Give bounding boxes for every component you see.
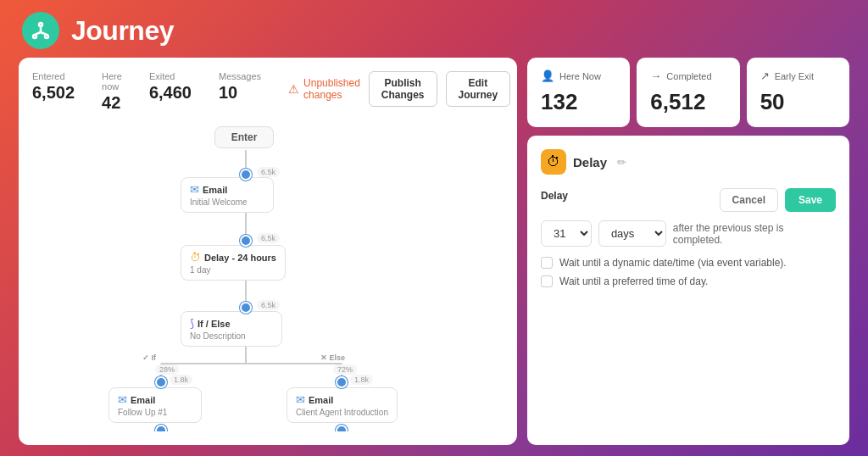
main-content: Entered 6,502 Here now 42 Exited 6,460 M… [19,58,849,445]
app-header: Journey [19,12,849,49]
delay-edit-icon[interactable]: ✏ [617,156,626,169]
flow-node-delay1[interactable]: ⏱ Delay - 24 hours 1 day [181,245,286,281]
unpublished-badge: ⚠ Unpublished changes [288,77,360,101]
delay-panel-header: ⏱ Delay ✏ [541,149,836,175]
flow-panel: Entered 6,502 Here now 42 Exited 6,460 M… [19,58,517,445]
stats-cards: 👤 Here Now 132 → Completed 6,512 ↗ Earl [527,58,849,127]
flow-diagram: Enter 6.5k ✉ Email Initial Welcome 6.5k [32,126,504,431]
flow-node-email1[interactable]: ✉ Email Initial Welcome [181,177,274,213]
delay-panel-icon: ⏱ [541,149,566,175]
stats-card-here-now: 👤 Here Now 132 [527,58,630,127]
stat-entered: Entered 6,502 [32,71,75,103]
right-panel: 👤 Here Now 132 → Completed 6,512 ↗ Earl [527,58,849,445]
count-3: 6.5k [257,300,280,310]
svg-line-5 [41,32,47,35]
stats-bar: Entered 6,502 Here now 42 Exited 6,460 M… [32,71,504,113]
stats-actions: ⚠ Unpublished changes Publish Changes Ed… [288,71,510,107]
flow-node-ifelse[interactable]: ⟆ If / Else No Description [181,311,282,347]
email2-count: 1.8k [170,375,192,385]
logo-icon [22,12,59,49]
delay-checkbox-dynamic[interactable] [541,257,553,269]
delay-checkbox-row-2: Wait until a preferred time of day. [541,275,836,287]
stat-exited: Exited 6,460 [149,71,192,103]
stat-here-now: Here now 42 [102,71,122,113]
count-1: 6.5k [257,167,280,177]
stat-messages: Messages 10 [219,71,261,103]
connector-dot-3 [240,302,252,314]
count-2: 6.5k [257,233,280,243]
completed-icon: → [650,70,661,82]
delay-panel: ⏱ Delay ✏ Delay Cancel Save 31 [527,136,849,445]
flow-node-email3[interactable]: ✉ Email Client Agent Introduction [287,387,398,423]
connector-dot-4 [155,376,167,388]
connector-dot-6 [155,425,167,431]
if-pct: 28% [155,364,179,375]
email-icon-3: ✉ [296,393,305,406]
delay-unit-select[interactable]: days [598,220,666,247]
email3-count: 1.8k [350,375,373,385]
else-branch-label: ✕ Else [320,353,345,362]
delay-checkbox-preferred[interactable] [541,275,553,287]
stats-card-early-exit: ↗ Early Exit 50 [747,58,849,127]
connector-dot-2 [240,235,252,247]
delay-config-row: 31 days after the previous step is compl… [541,220,836,247]
else-pct: 72% [333,364,357,375]
delay-amount-select[interactable]: 31 [541,220,592,247]
delay-icon-flow: ⏱ [190,251,201,264]
connector-dot-1 [240,169,252,181]
publish-button[interactable]: Publish Changes [369,71,437,107]
early-exit-icon: ↗ [760,70,770,82]
app-title: Journey [71,15,174,47]
flow-node-enter[interactable]: Enter [214,126,274,148]
edit-journey-button[interactable]: Edit Journey [446,71,511,107]
here-now-icon: 👤 [541,70,554,82]
ifelse-icon: ⟆ [190,317,194,330]
flow-node-email2[interactable]: ✉ Email Follow Up #1 [108,387,202,423]
connector-dot-5 [336,376,348,388]
connector-dot-7 [336,425,348,431]
delay-checkbox-row-1: Wait until a dynamic date/time (via even… [541,257,836,269]
if-branch-label: ✓ If [142,353,156,362]
save-button[interactable]: Save [785,188,836,212]
email-icon-1: ✉ [190,183,199,196]
cancel-button[interactable]: Cancel [720,188,778,212]
stats-card-completed: → Completed 6,512 [637,58,739,127]
warning-icon: ⚠ [288,82,299,96]
email-icon-2: ✉ [118,393,127,406]
